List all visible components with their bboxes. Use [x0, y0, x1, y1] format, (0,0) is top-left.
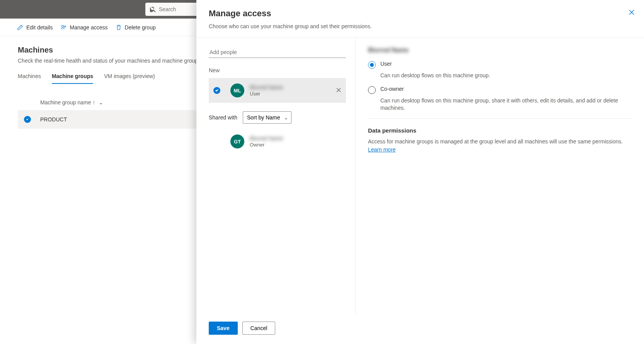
sort-arrow-icon: ↑ — [93, 99, 95, 106]
close-panel-button[interactable] — [629, 9, 635, 17]
radio-user-label: User — [380, 61, 392, 67]
remove-person-button[interactable] — [336, 87, 341, 94]
panel-right: Blurred Name User Can run desktop flows … — [356, 37, 644, 315]
data-permissions-text: Access for machine groups is managed at … — [368, 138, 632, 154]
svg-point-1 — [65, 26, 66, 27]
row-name: PRODUCT — [40, 116, 67, 123]
delete-group-button[interactable]: Delete group — [116, 24, 156, 31]
shared-with-row: Shared with Sort by Name ⌄ — [209, 111, 346, 124]
edit-details-button[interactable]: Edit details — [17, 24, 53, 31]
search-icon — [150, 6, 156, 12]
close-icon — [629, 9, 635, 15]
avatar: ML — [230, 83, 244, 97]
svg-point-0 — [62, 25, 64, 27]
edit-details-label: Edit details — [26, 24, 53, 31]
radio-icon[interactable] — [368, 86, 376, 94]
new-section-label: New — [209, 67, 346, 73]
radio-user-desc: Can run desktop flows on this machine gr… — [380, 72, 632, 80]
save-button[interactable]: Save — [209, 322, 238, 335]
tab-machines[interactable]: Machines — [18, 73, 41, 84]
row-check-icon[interactable] — [24, 116, 31, 123]
cancel-button[interactable]: Cancel — [242, 322, 276, 335]
people-icon — [60, 24, 66, 31]
data-permissions-title: Data permissions — [368, 127, 632, 134]
panel-header: Manage access Choose who can use your ma… — [196, 0, 644, 37]
manage-access-panel: Manage access Choose who can use your ma… — [196, 0, 644, 344]
manage-access-button[interactable]: Manage access — [60, 24, 107, 31]
panel-left: New ML Blurred Name User Shared wit — [196, 37, 356, 315]
selected-person-heading: Blurred Name — [368, 47, 632, 54]
person-role: Owner — [250, 142, 283, 148]
person-name: Blurred Name — [250, 84, 283, 91]
shared-with-label: Shared with — [209, 114, 237, 121]
panel-footer: Save Cancel — [196, 315, 644, 344]
panel-title: Manage access — [209, 9, 632, 19]
avatar: GT — [230, 135, 244, 148]
radio-coowner[interactable]: Co-owner — [368, 86, 632, 94]
person-check-icon[interactable] — [213, 87, 220, 94]
radio-user[interactable]: User — [368, 61, 632, 69]
tab-machine-groups[interactable]: Machine groups — [52, 73, 93, 84]
person-role: User — [250, 91, 283, 97]
radio-coowner-label: Co-owner — [380, 86, 404, 92]
delete-group-label: Delete group — [125, 24, 156, 31]
panel-subtitle: Choose who can use your machine group an… — [209, 23, 632, 29]
tab-vm-images[interactable]: VM images (preview) — [104, 73, 155, 84]
divider — [368, 118, 632, 119]
person-row-owner[interactable]: GT Blurred Name Owner — [209, 129, 346, 154]
chevron-down-icon: ⌄ — [99, 99, 103, 106]
radio-icon[interactable] — [368, 61, 376, 69]
manage-access-label: Manage access — [70, 24, 107, 31]
learn-more-link[interactable]: Learn more — [368, 146, 396, 153]
trash-icon — [116, 24, 122, 31]
person-name: Blurred Name — [250, 135, 283, 142]
column-header-name: Machine group name — [40, 99, 91, 106]
x-icon — [336, 87, 341, 93]
add-people-input[interactable] — [209, 47, 346, 58]
person-row-new[interactable]: ML Blurred Name User — [209, 78, 346, 103]
sort-select[interactable]: Sort by Name — [243, 111, 291, 124]
pencil-icon — [17, 24, 23, 31]
radio-coowner-desc: Can run desktop flows on this machine gr… — [380, 97, 632, 112]
